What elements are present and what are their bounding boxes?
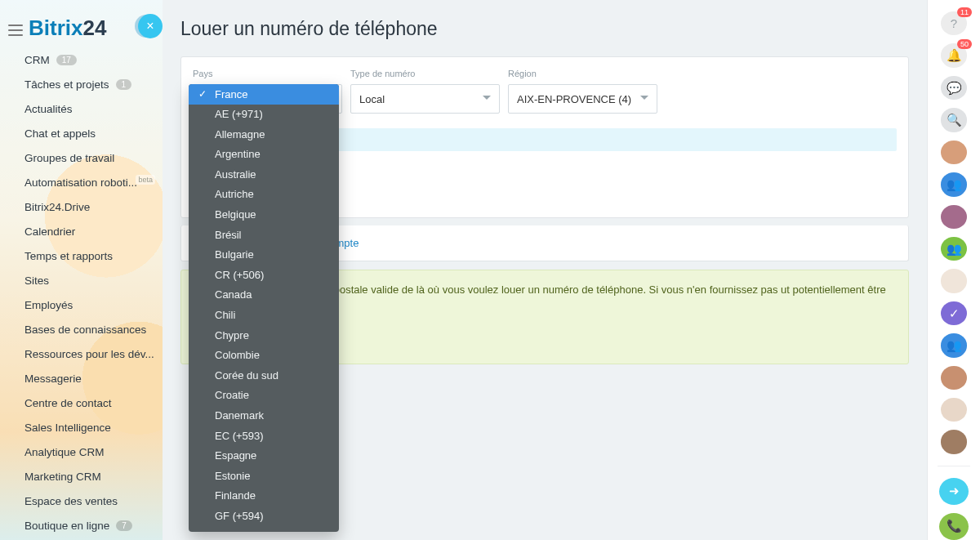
country-option[interactable]: Australie (189, 164, 339, 185)
bell-icon[interactable]: 🔔50 (941, 43, 967, 67)
sidebar-item-badge: 1 (116, 79, 132, 90)
country-dropdown[interactable]: FranceAE (+971)AllemagneArgentineAustral… (189, 84, 339, 532)
sidebar-item-label: Bases de connaissances (24, 324, 146, 336)
sidebar-item-label: Automatisation roboti... (24, 176, 137, 189)
avatar[interactable] (941, 205, 967, 229)
sidebar-item-label: Chat et appels (24, 127, 96, 140)
select-region-value: AIX-EN-PROVENCE (4) (517, 93, 631, 105)
country-option[interactable]: Argentine (189, 145, 339, 165)
country-option[interactable]: Brésil (189, 225, 339, 245)
chevron-down-icon (483, 96, 491, 100)
select-type[interactable]: Local (350, 84, 500, 114)
country-option[interactable]: France (189, 84, 339, 105)
sidebar-item[interactable]: Espace des ventes (0, 489, 163, 513)
country-option[interactable]: Allemagne (189, 124, 339, 145)
sidebar-item[interactable]: Sales Intelligence (0, 415, 163, 440)
country-option[interactable]: Espagne (189, 446, 339, 466)
country-option[interactable]: Canada (189, 285, 339, 306)
sidebar-item-label: Espace des ventes (24, 495, 118, 507)
country-option[interactable]: Bulgarie (189, 245, 339, 266)
country-option[interactable]: Chili (189, 306, 339, 326)
country-option[interactable]: CR (+506) (189, 265, 339, 285)
country-option[interactable]: GP (+590) (189, 526, 339, 532)
sidebar-item[interactable]: Chat et appels (0, 121, 163, 145)
group-icon[interactable]: 👥 (941, 333, 967, 357)
hamburger-icon[interactable] (8, 25, 23, 36)
sidebar-item-label: Groupes de travail (24, 152, 114, 164)
sidebar-item-label: Sales Intelligence (24, 422, 111, 434)
sidebar-item[interactable]: Tâches et projets1 (0, 72, 163, 96)
sidebar-item[interactable]: Ressources pour les dév... (0, 341, 163, 366)
sidebar-item-label: Bitrix24.Drive (24, 201, 90, 213)
sidebar-item[interactable]: Temps et rapports (0, 243, 163, 268)
sidebar-item-label: Boutique en ligne (24, 520, 109, 532)
sidebar-item-label: Temps et rapports (24, 250, 113, 262)
country-option[interactable]: Croatie (189, 386, 339, 406)
country-option[interactable]: Danemark (189, 406, 339, 426)
label-type: Type de numéro (350, 69, 500, 78)
page-title: Louer un numéro de téléphone (180, 18, 909, 40)
avatar[interactable] (941, 141, 967, 164)
search-icon[interactable]: 🔍 (941, 108, 967, 132)
close-panel-button[interactable]: × (138, 14, 163, 38)
avatar[interactable] (941, 398, 967, 422)
sidebar-item[interactable]: CRM17 (0, 47, 163, 72)
chat-icon[interactable]: 💬 (941, 76, 967, 100)
sidebar-item[interactable]: Actualités (0, 96, 163, 121)
sidebar-item[interactable]: Sites (0, 268, 163, 292)
rail-separator (938, 466, 970, 466)
sidebar-item[interactable]: Bitrix24.Drive (0, 194, 163, 219)
group-icon[interactable]: 👥 (941, 172, 967, 196)
sidebar-item[interactable]: Automatisation roboti...beta (0, 170, 163, 194)
beta-tag: beta (136, 175, 155, 185)
country-option[interactable]: Belgique (189, 205, 339, 225)
sidebar-item-label: CRM (24, 54, 50, 66)
sidebar-item[interactable]: Boutique en ligne7 (0, 513, 163, 538)
sidebar-item[interactable]: Analytique CRM (0, 440, 163, 464)
sidebar-item-badge: 17 (56, 55, 77, 65)
sidebar-item[interactable]: Calendrier (0, 219, 163, 243)
help-badge: 11 (957, 7, 972, 17)
sidebar-item-label: Ressources pour les dév... (24, 348, 154, 360)
country-option[interactable]: Colombie (189, 346, 339, 366)
sidebar-item-badge: 7 (116, 520, 132, 531)
country-option[interactable]: GF (+594) (189, 506, 339, 526)
feed-icon[interactable]: ➜ (939, 478, 969, 505)
close-icon: × (146, 19, 154, 33)
nav-menu: CRM17Tâches et projets1ActualitésChat et… (0, 47, 163, 538)
sidebar-item[interactable]: Employés (0, 292, 163, 317)
sidebar-item-label: Calendrier (24, 225, 75, 238)
country-option[interactable]: Finlande (189, 486, 339, 507)
group-icon[interactable]: 👥 (941, 237, 967, 261)
sidebar-item[interactable]: Groupes de travail (0, 145, 163, 170)
sidebar-item-label: Actualités (24, 103, 73, 115)
sidebar-item-label: Sites (24, 274, 49, 287)
sidebar-item[interactable]: Marketing CRM (0, 464, 163, 489)
label-region: Région (508, 69, 657, 78)
left-sidebar: Bitrix24 CRM17Tâches et projets1Actualit… (0, 0, 163, 540)
call-icon[interactable]: 📞 (939, 513, 969, 540)
label-pays: Pays (193, 69, 342, 78)
sidebar-item-label: Analytique CRM (24, 446, 105, 458)
task-icon[interactable]: ✓ (941, 301, 967, 325)
country-option[interactable]: Autriche (189, 185, 339, 205)
brand-logo[interactable]: Bitrix24 (29, 16, 106, 41)
right-rail: ?11 🔔50 💬 🔍 👥 👥 ✓ 👥 ➜ 📞 (927, 0, 980, 540)
bell-badge: 50 (957, 39, 972, 49)
select-type-value: Local (359, 93, 385, 105)
country-option[interactable]: AE (+971) (189, 105, 339, 125)
avatar[interactable] (941, 269, 967, 292)
sidebar-item-label: Employés (24, 299, 73, 311)
country-option[interactable]: Corée du sud (189, 365, 339, 386)
avatar[interactable] (941, 366, 967, 390)
select-region[interactable]: AIX-EN-PROVENCE (4) (508, 84, 657, 114)
sidebar-item[interactable]: Centre de contact (0, 390, 163, 415)
country-option[interactable]: EC (+593) (189, 426, 339, 446)
country-option[interactable]: Estonie (189, 466, 339, 486)
sidebar-item[interactable]: Bases de connaissances (0, 317, 163, 341)
country-option[interactable]: Chypre (189, 325, 339, 346)
sidebar-item[interactable]: Messagerie (0, 366, 163, 390)
help-icon[interactable]: ?11 (941, 11, 967, 35)
brand-text-2: 24 (82, 16, 106, 40)
avatar[interactable] (941, 430, 967, 453)
